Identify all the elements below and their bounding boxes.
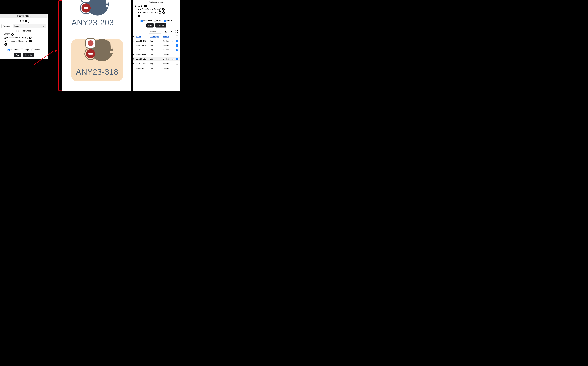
edit-rule-button[interactable] [159,8,161,11]
delete-rule-button[interactable]: ✕ [162,8,165,11]
reorder-handles[interactable] [138,12,141,13]
delete-rule-button[interactable]: ✕ [29,40,32,42]
new-button[interactable]: new + [19,19,29,23]
checkbox-icon [31,49,34,51]
reorder-handles[interactable] [4,41,8,42]
node-label: ANY23-203 [67,18,118,27]
node-label: ANY23-318 [71,67,123,76]
cell-num: 1 [133,39,136,43]
rule-op: = [152,8,153,10]
download-icon[interactable] [164,30,167,33]
col-issuetype[interactable]: issueType [149,35,162,39]
add-rule-button[interactable]: + [4,43,7,46]
cell-num: 2 [133,43,136,48]
cell-more[interactable]: ... [172,39,175,43]
cell-issuetype: Bug [149,66,162,71]
cell-select[interactable]: ✓ [175,39,180,43]
col-more[interactable]: ... [172,35,175,39]
delete-group-button[interactable]: ✕ [144,5,147,7]
arrow-up-icon [138,12,139,13]
options-row: ✓Database Graph ✓Merge [133,18,180,23]
cell-num: 5 [133,57,136,61]
cell-select[interactable]: ✓ [175,57,180,61]
cell-more[interactable]: ... [172,43,175,48]
collapse-icon[interactable] [44,15,46,18]
edit-rule-button[interactable] [25,37,28,39]
col-name[interactable]: name [136,35,149,39]
cell-name: ANY23-329 [136,61,149,66]
cell-select[interactable]: ✓ [175,48,180,52]
query-panel: Query by Rule new + New rule Issue Get I… [0,14,48,59]
cell-priority: Blocker [162,66,172,71]
expand-icon[interactable] [175,30,178,33]
cell-more[interactable]: ... [172,52,175,57]
cell-select[interactable] [175,52,180,57]
node-card-selected[interactable]: ! ANY23-318 [71,39,123,76]
and-operator[interactable]: AND [138,5,143,7]
cell-select[interactable] [175,61,180,66]
opt-graph[interactable]: Graph [21,49,29,51]
opt-merge[interactable]: ✓Merge [163,19,172,22]
reorder-handles[interactable] [4,37,8,38]
panel-header[interactable]: Query by Rule [0,14,48,18]
add-button[interactable]: Add [147,23,154,28]
cell-select[interactable]: ✓ [175,43,180,48]
cell-select[interactable] [175,66,180,71]
and-operator[interactable]: AND [4,33,10,36]
delete-rule-button[interactable]: ✕ [29,37,31,39]
bracket-annotation [58,0,62,91]
table-row[interactable]: 1 ANY23-107 Bug Blocker ... ✓ [133,39,180,43]
cell-more[interactable]: ... [172,48,175,52]
chevron-down-icon [42,25,45,27]
table-row[interactable]: 6 ANY23-329 Bug Blocker ... [133,61,180,66]
rule-field: priority [142,11,148,14]
rule-row: issueType = Bug ✕ [134,8,179,11]
execute-button[interactable]: Execute [23,53,34,57]
delete-rule-button[interactable]: ✕ [162,11,165,14]
entity-value: Issue [14,25,19,27]
opt-graph[interactable]: Graph [154,19,162,22]
entity-select[interactable]: Issue [13,24,46,28]
cell-more[interactable]: ... [172,57,175,61]
results-table: # name issueType priority ... 1 ANY23-10… [133,35,180,71]
cell-more[interactable]: ... [172,66,175,71]
edit-rule-button[interactable] [26,40,28,42]
delete-group-button[interactable]: ✕ [11,33,14,36]
triangle-down-outline-icon[interactable] [1,33,4,36]
rule-field: priority [9,40,15,42]
add-button[interactable]: Add [14,53,21,57]
add-rule-button[interactable]: + [138,15,140,17]
table-row[interactable]: 5 ANY23-318 Bug Blocker ... ✓ [133,57,180,61]
rule-tree: AND ✕ issueType = Bug ✕ priority = Block… [133,5,180,18]
edit-rule-button[interactable] [159,11,161,14]
plus-icon: + [25,20,27,22]
blocker-icon [80,2,92,14]
rule-row: priority = Blocker ✕ [1,40,47,42]
new-rule-button[interactable]: New rule [1,24,12,28]
reorder-handles[interactable] [138,9,141,10]
checkbox-checked-icon: ✓ [176,40,178,42]
rule-field: issueType [142,8,151,10]
search-input[interactable]: Search... [149,30,162,33]
table-row[interactable]: 2 ANY23-161 Bug Blocker ... ✓ [133,43,180,48]
execute-button[interactable]: Execute [155,23,166,28]
col-priority[interactable]: priority [162,35,172,39]
table-row[interactable]: 7 ANY23-453 Bug Blocker ... [133,66,180,71]
arrow-up-icon [138,9,139,10]
cell-more[interactable]: ... [172,61,175,66]
graph-canvas[interactable]: ! ANY23-203 ! ANY23-318 [62,0,132,91]
node-card[interactable]: ! ANY23-203 [67,0,118,27]
arrow-down-icon [6,37,8,38]
col-num[interactable]: # [133,35,136,39]
opt-database[interactable]: ✓Database [140,19,152,22]
rule-row: priority = Blocker ✕ [134,11,179,14]
table-row[interactable]: 4 ANY23-277 Bug Blocker ... [133,52,180,57]
opt-database[interactable]: ✓Database [8,49,19,51]
col-select[interactable] [175,35,180,39]
table-row[interactable]: 3 ANY23-203 Bug Blocker ... ✓ [133,48,180,52]
play-icon[interactable] [170,30,173,33]
checkbox-icon [176,53,178,55]
opt-merge[interactable]: Merge [31,49,40,51]
triangle-down-outline-icon[interactable] [134,5,137,7]
rule-row: issueType = Bug ✕ [1,37,47,39]
